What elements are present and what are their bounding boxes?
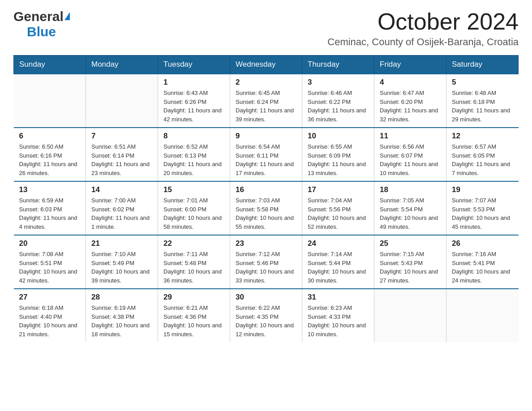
- day-number: 29: [163, 293, 224, 302]
- day-info: Sunrise: 7:08 AMSunset: 5:51 PMDaylight:…: [19, 250, 81, 285]
- day-info: Sunrise: 6:52 AMSunset: 6:13 PMDaylight:…: [163, 142, 224, 177]
- day-number: 21: [91, 239, 152, 248]
- day-number: 30: [236, 293, 296, 302]
- day-number: 17: [308, 185, 369, 194]
- calendar-cell: 15Sunrise: 7:01 AMSunset: 6:00 PMDayligh…: [158, 181, 230, 235]
- calendar-cell: 29Sunrise: 6:21 AMSunset: 4:36 PMDayligh…: [158, 289, 230, 342]
- title-section: October 2024 Ceminac, County of Osijek-B…: [327, 9, 519, 48]
- calendar-cell: [86, 74, 158, 128]
- day-info: Sunrise: 6:21 AMSunset: 4:36 PMDaylight:…: [163, 304, 224, 338]
- day-info: Sunrise: 6:46 AMSunset: 6:22 PMDaylight:…: [308, 89, 369, 124]
- calendar-week-row: 1Sunrise: 6:43 AMSunset: 6:26 PMDaylight…: [14, 74, 519, 128]
- day-info: Sunrise: 6:56 AMSunset: 6:07 PMDaylight:…: [380, 142, 441, 177]
- calendar-cell: 22Sunrise: 7:11 AMSunset: 5:48 PMDayligh…: [158, 235, 230, 289]
- calendar-cell: 25Sunrise: 7:15 AMSunset: 5:43 PMDayligh…: [374, 235, 446, 289]
- day-number: 20: [19, 239, 81, 248]
- weekday-header-sunday: Sunday: [14, 56, 86, 74]
- day-info: Sunrise: 6:47 AMSunset: 6:20 PMDaylight:…: [380, 89, 441, 124]
- day-number: 14: [91, 185, 152, 194]
- day-info: Sunrise: 6:57 AMSunset: 6:05 PMDaylight:…: [452, 142, 513, 177]
- weekday-header-monday: Monday: [86, 56, 158, 74]
- day-number: 4: [380, 78, 441, 87]
- day-info: Sunrise: 7:03 AMSunset: 5:58 PMDaylight:…: [236, 196, 296, 231]
- calendar-week-row: 6Sunrise: 6:50 AMSunset: 6:16 PMDaylight…: [14, 128, 519, 181]
- calendar-cell: [14, 74, 86, 128]
- calendar-cell: 7Sunrise: 6:51 AMSunset: 6:14 PMDaylight…: [86, 128, 158, 181]
- calendar-cell: 14Sunrise: 7:00 AMSunset: 6:02 PMDayligh…: [86, 181, 158, 235]
- day-info: Sunrise: 6:45 AMSunset: 6:24 PMDaylight:…: [236, 89, 296, 124]
- day-info: Sunrise: 6:55 AMSunset: 6:09 PMDaylight:…: [308, 142, 369, 177]
- calendar-week-row: 27Sunrise: 6:18 AMSunset: 4:40 PMDayligh…: [14, 289, 519, 342]
- day-info: Sunrise: 7:11 AMSunset: 5:48 PMDaylight:…: [163, 250, 224, 285]
- calendar-cell: 6Sunrise: 6:50 AMSunset: 6:16 PMDaylight…: [14, 128, 86, 181]
- day-number: 10: [308, 132, 369, 141]
- weekday-header-wednesday: Wednesday: [230, 56, 302, 74]
- day-info: Sunrise: 7:10 AMSunset: 5:49 PMDaylight:…: [91, 250, 152, 285]
- calendar-cell: 31Sunrise: 6:23 AMSunset: 4:33 PMDayligh…: [302, 289, 374, 342]
- day-info: Sunrise: 6:18 AMSunset: 4:40 PMDaylight:…: [19, 304, 81, 338]
- logo-general-text: General: [13, 9, 64, 24]
- calendar-cell: 19Sunrise: 7:07 AMSunset: 5:53 PMDayligh…: [446, 181, 519, 235]
- day-number: 11: [380, 132, 441, 141]
- calendar-cell: 18Sunrise: 7:05 AMSunset: 5:54 PMDayligh…: [374, 181, 446, 235]
- day-number: 22: [163, 239, 224, 248]
- day-info: Sunrise: 6:43 AMSunset: 6:26 PMDaylight:…: [163, 89, 224, 124]
- calendar-cell: 2Sunrise: 6:45 AMSunset: 6:24 PMDaylight…: [230, 74, 302, 128]
- day-info: Sunrise: 7:05 AMSunset: 5:54 PMDaylight:…: [380, 196, 441, 231]
- day-info: Sunrise: 7:01 AMSunset: 6:00 PMDaylight:…: [163, 196, 224, 231]
- day-number: 1: [163, 78, 224, 87]
- calendar-cell: 10Sunrise: 6:55 AMSunset: 6:09 PMDayligh…: [302, 128, 374, 181]
- day-number: 19: [452, 185, 513, 194]
- calendar-table: SundayMondayTuesdayWednesdayThursdayFrid…: [13, 55, 519, 342]
- calendar-cell: 3Sunrise: 6:46 AMSunset: 6:22 PMDaylight…: [302, 74, 374, 128]
- day-info: Sunrise: 6:48 AMSunset: 6:18 PMDaylight:…: [452, 89, 513, 124]
- day-number: 9: [236, 132, 296, 141]
- day-info: Sunrise: 7:14 AMSunset: 5:44 PMDaylight:…: [308, 250, 369, 285]
- calendar-cell: 4Sunrise: 6:47 AMSunset: 6:20 PMDaylight…: [374, 74, 446, 128]
- calendar-cell: 8Sunrise: 6:52 AMSunset: 6:13 PMDaylight…: [158, 128, 230, 181]
- day-info: Sunrise: 6:22 AMSunset: 4:35 PMDaylight:…: [236, 304, 296, 338]
- calendar-body: 1Sunrise: 6:43 AMSunset: 6:26 PMDaylight…: [14, 74, 519, 342]
- calendar-cell: 27Sunrise: 6:18 AMSunset: 4:40 PMDayligh…: [14, 289, 86, 342]
- weekday-header-friday: Friday: [374, 56, 446, 74]
- day-info: Sunrise: 6:50 AMSunset: 6:16 PMDaylight:…: [19, 142, 81, 177]
- day-number: 6: [19, 132, 81, 141]
- calendar-cell: [446, 289, 519, 342]
- calendar-cell: 9Sunrise: 6:54 AMSunset: 6:11 PMDaylight…: [230, 128, 302, 181]
- calendar-cell: 16Sunrise: 7:03 AMSunset: 5:58 PMDayligh…: [230, 181, 302, 235]
- calendar-cell: 17Sunrise: 7:04 AMSunset: 5:56 PMDayligh…: [302, 181, 374, 235]
- calendar-cell: 21Sunrise: 7:10 AMSunset: 5:49 PMDayligh…: [86, 235, 158, 289]
- calendar-cell: 1Sunrise: 6:43 AMSunset: 6:26 PMDaylight…: [158, 74, 230, 128]
- calendar-week-row: 13Sunrise: 6:59 AMSunset: 6:03 PMDayligh…: [14, 181, 519, 235]
- day-number: 12: [452, 132, 513, 141]
- calendar-cell: 30Sunrise: 6:22 AMSunset: 4:35 PMDayligh…: [230, 289, 302, 342]
- day-number: 7: [91, 132, 152, 141]
- month-year-title: October 2024: [327, 9, 519, 34]
- day-number: 2: [236, 78, 296, 87]
- day-info: Sunrise: 7:00 AMSunset: 6:02 PMDaylight:…: [91, 196, 152, 231]
- day-number: 28: [91, 293, 152, 302]
- calendar-week-row: 20Sunrise: 7:08 AMSunset: 5:51 PMDayligh…: [14, 235, 519, 289]
- weekday-header-thursday: Thursday: [302, 56, 374, 74]
- day-number: 18: [380, 185, 441, 194]
- day-info: Sunrise: 6:51 AMSunset: 6:14 PMDaylight:…: [91, 142, 152, 177]
- calendar-cell: 12Sunrise: 6:57 AMSunset: 6:05 PMDayligh…: [446, 128, 519, 181]
- day-info: Sunrise: 6:54 AMSunset: 6:11 PMDaylight:…: [236, 142, 296, 177]
- day-number: 27: [19, 293, 81, 302]
- logo-arrow-icon: [64, 12, 70, 20]
- calendar-cell: 23Sunrise: 7:12 AMSunset: 5:46 PMDayligh…: [230, 235, 302, 289]
- day-info: Sunrise: 7:12 AMSunset: 5:46 PMDaylight:…: [236, 250, 296, 285]
- weekday-header-saturday: Saturday: [446, 56, 519, 74]
- day-info: Sunrise: 7:15 AMSunset: 5:43 PMDaylight:…: [380, 250, 441, 285]
- weekday-header-row: SundayMondayTuesdayWednesdayThursdayFrid…: [14, 56, 519, 74]
- day-info: Sunrise: 7:07 AMSunset: 5:53 PMDaylight:…: [452, 196, 513, 231]
- day-number: 13: [19, 185, 81, 194]
- calendar-cell: 26Sunrise: 7:16 AMSunset: 5:41 PMDayligh…: [446, 235, 519, 289]
- logo-blue-text: Blue: [27, 24, 56, 39]
- day-info: Sunrise: 7:16 AMSunset: 5:41 PMDaylight:…: [452, 250, 513, 285]
- calendar-cell: 28Sunrise: 6:19 AMSunset: 4:38 PMDayligh…: [86, 289, 158, 342]
- logo: General Blue: [13, 9, 70, 39]
- day-number: 23: [236, 239, 296, 248]
- day-number: 15: [163, 185, 224, 194]
- calendar-cell: [374, 289, 446, 342]
